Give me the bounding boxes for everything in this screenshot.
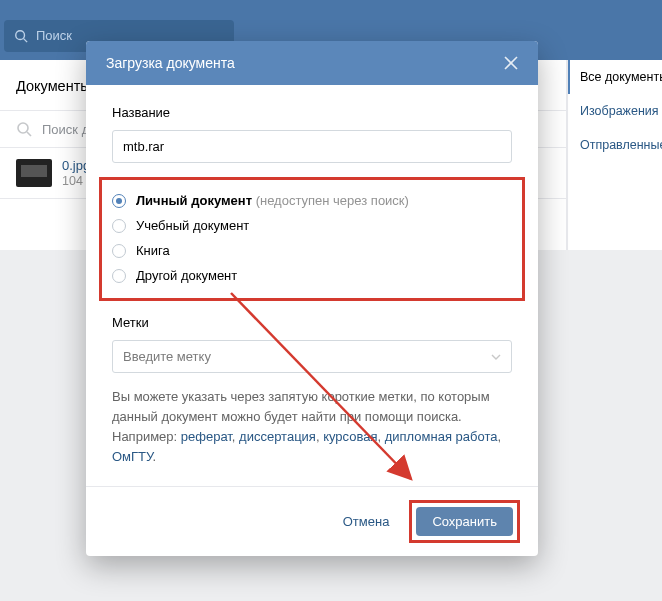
radio-icon: [112, 219, 126, 233]
tag-link[interactable]: ОмГТУ: [112, 449, 153, 464]
save-highlight: Сохранить: [409, 500, 520, 543]
tag-link[interactable]: реферат: [181, 429, 232, 444]
radio-other[interactable]: Другой документ: [112, 263, 512, 288]
close-icon[interactable]: [504, 56, 518, 70]
modal-title: Загрузка документа: [106, 55, 235, 71]
modal-footer: Отмена Сохранить: [86, 486, 538, 556]
tag-link[interactable]: диссертация: [239, 429, 316, 444]
tags-label: Метки: [112, 315, 512, 330]
radio-label: Учебный документ: [136, 218, 249, 233]
name-label: Название: [112, 105, 512, 120]
radio-label: Книга: [136, 243, 170, 258]
tags-placeholder: Введите метку: [123, 349, 211, 364]
radio-book[interactable]: Книга: [112, 238, 512, 263]
radio-icon: [112, 194, 126, 208]
radio-educational[interactable]: Учебный документ: [112, 213, 512, 238]
name-input[interactable]: [112, 130, 512, 163]
radio-icon: [112, 269, 126, 283]
radio-icon: [112, 244, 126, 258]
cancel-button[interactable]: Отмена: [337, 507, 396, 536]
tag-link[interactable]: курсовая: [323, 429, 377, 444]
tags-select[interactable]: Введите метку: [112, 340, 512, 373]
chevron-down-icon: [491, 352, 501, 362]
modal-header: Загрузка документа: [86, 41, 538, 85]
modal-backdrop: Загрузка документа Название Личный докум…: [0, 0, 662, 601]
radio-label: Другой документ: [136, 268, 237, 283]
upload-modal: Загрузка документа Название Личный докум…: [86, 41, 538, 556]
save-button[interactable]: Сохранить: [416, 507, 513, 536]
radio-label: Личный документ (недоступен через поиск): [136, 193, 409, 208]
doc-type-group: Личный документ (недоступен через поиск)…: [99, 177, 525, 301]
radio-personal[interactable]: Личный документ (недоступен через поиск): [112, 188, 512, 213]
tags-help: Вы можете указать через запятую короткие…: [112, 387, 512, 468]
tag-link[interactable]: дипломная работа: [385, 429, 498, 444]
